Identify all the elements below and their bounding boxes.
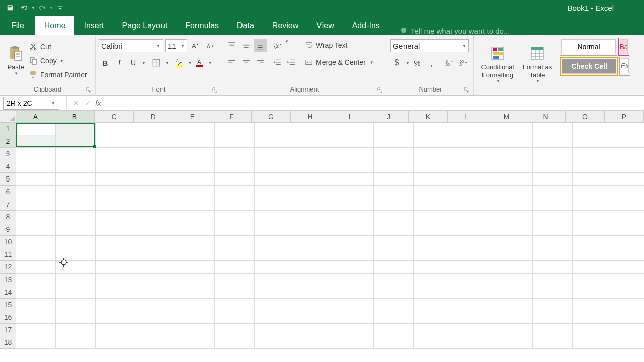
cell-A2[interactable] bbox=[16, 135, 56, 148]
cell-C1[interactable] bbox=[96, 123, 135, 135]
cell-E1[interactable] bbox=[175, 123, 215, 135]
cell-N11[interactable] bbox=[533, 248, 573, 261]
cell-C3[interactable] bbox=[96, 148, 135, 160]
cell-A15[interactable] bbox=[16, 299, 56, 311]
format-as-table-button[interactable]: Format as Table▼ bbox=[518, 37, 556, 92]
cell-A11[interactable] bbox=[16, 248, 56, 261]
cell-N1[interactable] bbox=[533, 123, 573, 135]
cell-L18[interactable] bbox=[453, 336, 493, 349]
style-explanatory[interactable]: Ex bbox=[619, 57, 630, 76]
row-head-9[interactable]: 9 bbox=[0, 223, 16, 236]
cell-D1[interactable] bbox=[135, 123, 175, 135]
cell-G18[interactable] bbox=[255, 336, 294, 349]
cell-P4[interactable] bbox=[612, 160, 644, 173]
merge-center-button[interactable]: Merge & Center ▼ bbox=[302, 55, 377, 69]
cell-O3[interactable] bbox=[573, 148, 612, 160]
cell-L9[interactable] bbox=[453, 223, 493, 236]
cell-P3[interactable] bbox=[612, 148, 644, 160]
style-check-cell[interactable]: Check Cell bbox=[560, 57, 618, 76]
copy-button[interactable]: Copy ▼ bbox=[28, 54, 88, 68]
cell-N5[interactable] bbox=[533, 173, 573, 186]
cell-K17[interactable] bbox=[414, 324, 453, 336]
format-painter-button[interactable]: Format Painter bbox=[28, 68, 88, 82]
cell-J1[interactable] bbox=[374, 123, 414, 135]
decrease-decimal-button[interactable]: .00.0 bbox=[457, 56, 470, 69]
cut-button[interactable]: Cut bbox=[28, 40, 88, 54]
col-head-P[interactable]: P bbox=[605, 111, 644, 123]
cell-F2[interactable] bbox=[215, 135, 255, 148]
cell-I14[interactable] bbox=[334, 286, 374, 299]
cell-N12[interactable] bbox=[533, 261, 573, 274]
cell-H3[interactable] bbox=[294, 148, 334, 160]
col-head-K[interactable]: K bbox=[409, 111, 448, 123]
increase-decimal-button[interactable]: .0.00 bbox=[443, 56, 456, 69]
cell-K18[interactable] bbox=[414, 336, 453, 349]
cell-P16[interactable] bbox=[612, 311, 644, 324]
cell-I10[interactable] bbox=[334, 236, 374, 248]
cell-G13[interactable] bbox=[255, 274, 294, 286]
row-head-6[interactable]: 6 bbox=[0, 186, 16, 198]
cell-E8[interactable] bbox=[175, 211, 215, 223]
paste-button[interactable]: Paste ▼ bbox=[3, 37, 28, 84]
cell-C12[interactable] bbox=[96, 261, 135, 274]
name-box[interactable]: 2R x 2C ▼ bbox=[3, 97, 59, 110]
cell-P15[interactable] bbox=[612, 299, 644, 311]
cell-C8[interactable] bbox=[96, 211, 135, 223]
cancel-formula-button[interactable]: ✕ bbox=[71, 99, 82, 107]
cell-D7[interactable] bbox=[135, 198, 175, 211]
row-head-14[interactable]: 14 bbox=[0, 286, 16, 299]
cell-C11[interactable] bbox=[96, 248, 135, 261]
orientation-dropdown[interactable]: ▼ bbox=[285, 39, 289, 52]
cell-O14[interactable] bbox=[573, 286, 612, 299]
cells-grid[interactable] bbox=[16, 123, 644, 349]
cell-J2[interactable] bbox=[374, 135, 414, 148]
cell-B2[interactable] bbox=[56, 135, 96, 148]
cell-D17[interactable] bbox=[135, 324, 175, 336]
cell-H9[interactable] bbox=[294, 223, 334, 236]
cell-J12[interactable] bbox=[374, 261, 414, 274]
row-head-10[interactable]: 10 bbox=[0, 236, 16, 248]
cell-F8[interactable] bbox=[215, 211, 255, 223]
cell-F18[interactable] bbox=[215, 336, 255, 349]
font-size-combo[interactable]: 11▼ bbox=[165, 39, 187, 52]
cell-O9[interactable] bbox=[573, 223, 612, 236]
cell-A8[interactable] bbox=[16, 211, 56, 223]
cell-B5[interactable] bbox=[56, 173, 96, 186]
cell-I16[interactable] bbox=[334, 311, 374, 324]
cell-O6[interactable] bbox=[573, 186, 612, 198]
cell-K5[interactable] bbox=[414, 173, 453, 186]
cell-K10[interactable] bbox=[414, 236, 453, 248]
cell-G4[interactable] bbox=[255, 160, 294, 173]
cell-G8[interactable] bbox=[255, 211, 294, 223]
cell-G2[interactable] bbox=[255, 135, 294, 148]
cell-E7[interactable] bbox=[175, 198, 215, 211]
cell-F4[interactable] bbox=[215, 160, 255, 173]
cell-P17[interactable] bbox=[612, 324, 644, 336]
cell-D6[interactable] bbox=[135, 186, 175, 198]
cell-L1[interactable] bbox=[453, 123, 493, 135]
cell-O12[interactable] bbox=[573, 261, 612, 274]
cell-M5[interactable] bbox=[493, 173, 533, 186]
tab-formulas[interactable]: Formulas bbox=[176, 16, 228, 35]
cell-L10[interactable] bbox=[453, 236, 493, 248]
tab-file[interactable]: File bbox=[0, 16, 35, 35]
tab-view[interactable]: View bbox=[307, 16, 343, 35]
cell-D8[interactable] bbox=[135, 211, 175, 223]
cell-H5[interactable] bbox=[294, 173, 334, 186]
cell-G17[interactable] bbox=[255, 324, 294, 336]
fill-color-button[interactable] bbox=[173, 56, 186, 69]
percent-button[interactable]: % bbox=[411, 56, 424, 69]
cell-I12[interactable] bbox=[334, 261, 374, 274]
cell-C16[interactable] bbox=[96, 311, 135, 324]
cell-H6[interactable] bbox=[294, 186, 334, 198]
cell-B16[interactable] bbox=[56, 311, 96, 324]
cell-L17[interactable] bbox=[453, 324, 493, 336]
cell-J3[interactable] bbox=[374, 148, 414, 160]
cell-D11[interactable] bbox=[135, 248, 175, 261]
row-head-13[interactable]: 13 bbox=[0, 274, 16, 286]
cell-H13[interactable] bbox=[294, 274, 334, 286]
cell-M7[interactable] bbox=[493, 198, 533, 211]
cell-N15[interactable] bbox=[533, 299, 573, 311]
cell-K7[interactable] bbox=[414, 198, 453, 211]
cell-N2[interactable] bbox=[533, 135, 573, 148]
